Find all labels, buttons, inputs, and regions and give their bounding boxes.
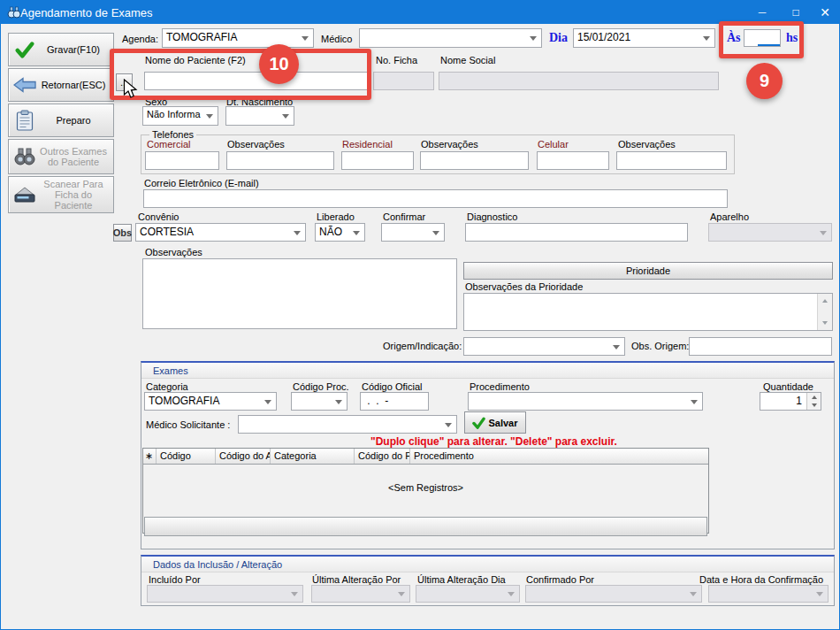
chevron-down-icon bbox=[206, 114, 213, 119]
outros-exames-button: Outros Exames do Paciente bbox=[8, 139, 114, 174]
grid-col-codigo[interactable]: Código bbox=[157, 449, 216, 464]
grid-col-procedimento[interactable]: Procedimento bbox=[410, 449, 708, 464]
medico-label: Médico bbox=[321, 34, 352, 44]
tel-residencial-input[interactable] bbox=[341, 151, 414, 170]
preparo-label: Preparo bbox=[37, 115, 110, 126]
time-input[interactable]: 00:00 bbox=[744, 29, 781, 47]
dt-nascimento-select[interactable] bbox=[225, 106, 294, 126]
convenio-value: CORTESIA bbox=[140, 226, 194, 238]
confirmar-select[interactable] bbox=[381, 223, 445, 242]
procedimento-select[interactable] bbox=[468, 392, 703, 411]
obs-prioridade-label: Observações da Prioridade bbox=[465, 281, 583, 292]
diagnostico-label: Diagnostico bbox=[467, 211, 517, 222]
outros-exames-label: Outros Exames do Paciente bbox=[37, 146, 110, 167]
obs-origem-input[interactable] bbox=[689, 337, 832, 356]
grid-footer-bar[interactable] bbox=[144, 517, 707, 536]
origem-label: Origem/Indicação: bbox=[383, 341, 462, 351]
chevron-down-icon bbox=[264, 400, 271, 404]
no-ficha-field bbox=[373, 72, 434, 90]
exames-grid-header: ∗ Código Código do A Categoria Código do… bbox=[143, 449, 708, 465]
app-icon bbox=[7, 6, 21, 19]
grid-col-selector[interactable]: ∗ bbox=[143, 449, 157, 464]
chevron-down-icon bbox=[445, 423, 452, 427]
chevron-down-icon bbox=[691, 400, 698, 404]
scanner-icon bbox=[12, 185, 37, 204]
spinner-up-icon[interactable] bbox=[807, 393, 821, 402]
retornar-button[interactable]: Retornar(ESC) bbox=[8, 68, 114, 102]
agenda-label: Agenda: bbox=[122, 34, 158, 44]
liberado-select[interactable]: NÃO bbox=[315, 223, 365, 242]
tel-obs1-label: Observações bbox=[227, 139, 285, 150]
categoria-select[interactable]: TOMOGRAFIA bbox=[144, 392, 277, 411]
gravar-button[interactable]: Gravar(F10) bbox=[8, 33, 114, 66]
scroll-down-icon[interactable] bbox=[818, 316, 832, 330]
grid-col-codigo-pr[interactable]: Código do Pr bbox=[355, 449, 410, 464]
obs-origem-label: Obs. Origem: bbox=[631, 341, 689, 351]
agenda-select[interactable]: TOMOGRAFIA bbox=[162, 28, 314, 48]
grid-empty-text: <Sem Registros> bbox=[143, 482, 708, 493]
email-label: Correio Eletrônico (E-mail) bbox=[144, 178, 259, 188]
ultima-alteracao-dia-select bbox=[416, 585, 520, 603]
arrow-left-icon bbox=[12, 77, 37, 93]
annotation-circle-10: 10 bbox=[259, 44, 299, 84]
chevron-down-icon bbox=[820, 231, 827, 235]
origem-select[interactable] bbox=[463, 337, 625, 356]
grid-col-categoria[interactable]: Categoria bbox=[271, 449, 355, 464]
codigo-oficial-input[interactable]: . . - bbox=[360, 392, 429, 411]
codigo-proc-select[interactable] bbox=[291, 392, 347, 411]
nome-paciente-input[interactable] bbox=[144, 72, 369, 90]
clipboard-icon bbox=[12, 110, 37, 131]
prioridade-header[interactable]: Prioridade bbox=[463, 262, 833, 280]
observacoes-label: Observações bbox=[145, 247, 202, 257]
preparo-button[interactable]: Preparo bbox=[8, 104, 114, 137]
chevron-down-icon bbox=[353, 231, 360, 235]
check-icon bbox=[12, 41, 37, 58]
grid-col-codigo-a[interactable]: Código do A bbox=[216, 449, 271, 464]
spinner-down-icon[interactable] bbox=[807, 402, 821, 411]
codigo-oficial-label: Código Oficial bbox=[362, 381, 422, 392]
diagnostico-input[interactable] bbox=[465, 223, 688, 242]
dia-select[interactable]: 15/01/2021 bbox=[573, 28, 715, 48]
tel-obs2-input[interactable] bbox=[420, 151, 529, 170]
convenio-label: Convênio bbox=[138, 211, 179, 222]
minimize-button[interactable]: ─ bbox=[746, 1, 778, 24]
data-hora-confirmacao-select bbox=[708, 585, 829, 603]
tel-obs2-label: Observações bbox=[421, 139, 478, 150]
grid-hint-text: "Duplo clique" para alterar. "Delete" pa… bbox=[370, 435, 617, 448]
ultima-alteracao-por-label: Última Alteração Por bbox=[312, 574, 401, 585]
observacoes-textarea[interactable] bbox=[142, 258, 457, 329]
chevron-down-icon bbox=[291, 592, 298, 596]
tel-obs3-label: Observações bbox=[618, 139, 676, 150]
categoria-label: Categoria bbox=[146, 381, 188, 392]
email-input[interactable] bbox=[143, 189, 728, 208]
chevron-down-icon bbox=[508, 592, 515, 596]
obs-prioridade-textarea[interactable] bbox=[463, 293, 833, 331]
quantidade-stepper[interactable]: 1 bbox=[760, 392, 821, 411]
title-bar: Agendamento de Exames ─ □ ✕ bbox=[1, 1, 839, 24]
maximize-button[interactable]: □ bbox=[780, 1, 812, 24]
chevron-down-icon bbox=[302, 36, 309, 41]
salvar-button[interactable]: Salvar bbox=[464, 411, 526, 434]
tel-obs1-input[interactable] bbox=[226, 151, 334, 170]
obs-button[interactable]: Obs bbox=[113, 224, 132, 242]
convenio-select[interactable]: CORTESIA bbox=[135, 223, 306, 242]
medico-select[interactable] bbox=[359, 28, 542, 48]
chevron-down-icon bbox=[398, 592, 405, 596]
medico-solicitante-select[interactable] bbox=[238, 415, 457, 434]
scroll-up-icon[interactable] bbox=[818, 294, 832, 308]
close-button[interactable]: ✕ bbox=[809, 1, 840, 24]
sexo-select[interactable]: Não Informa bbox=[142, 106, 218, 126]
tel-obs3-input[interactable] bbox=[616, 151, 727, 170]
liberado-label: Liberado bbox=[317, 211, 355, 222]
mouse-cursor-icon bbox=[123, 79, 139, 102]
agenda-value: TOMOGRAFIA bbox=[166, 31, 237, 43]
chevron-down-icon bbox=[432, 231, 439, 235]
nome-social-label: Nome Social bbox=[440, 55, 495, 65]
aparelho-select bbox=[708, 223, 832, 242]
procedimento-label: Procedimento bbox=[470, 381, 530, 392]
tel-celular-input[interactable] bbox=[537, 151, 609, 170]
tel-comercial-input[interactable] bbox=[145, 151, 219, 170]
annotation-circle-9: 9 bbox=[746, 63, 783, 99]
confirmar-label: Confirmar bbox=[383, 211, 425, 222]
prioridade-scrollbar[interactable] bbox=[817, 294, 832, 330]
